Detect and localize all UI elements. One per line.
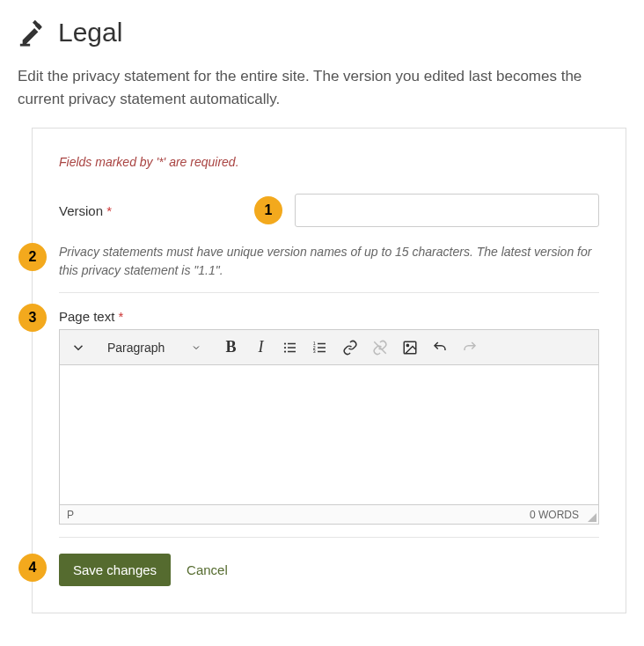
editor-toolbar: Paragraph B I 123 xyxy=(59,329,599,364)
undo-button[interactable] xyxy=(427,334,453,361)
bold-button[interactable]: B xyxy=(217,334,244,361)
editor-path: P xyxy=(67,509,74,521)
callout-2: 2 xyxy=(18,243,47,271)
image-icon xyxy=(402,340,418,356)
svg-rect-3 xyxy=(288,347,296,349)
required-marker: * xyxy=(106,203,112,218)
intro-text: Edit the privacy statement for the entir… xyxy=(18,65,626,110)
editor-body[interactable] xyxy=(59,364,599,505)
undo-icon xyxy=(432,340,448,356)
italic-icon: I xyxy=(258,338,263,356)
link-icon xyxy=(342,340,358,356)
page-title: Legal xyxy=(18,18,626,48)
svg-rect-9 xyxy=(318,347,326,349)
save-button[interactable]: Save changes xyxy=(59,554,171,586)
editor-status-bar: P 0 WORDS xyxy=(59,505,599,525)
divider xyxy=(59,292,599,293)
version-field-row: Version * 1 xyxy=(59,194,599,227)
redo-icon xyxy=(462,340,478,356)
callout-3: 3 xyxy=(18,304,47,332)
resize-handle[interactable] xyxy=(586,511,596,522)
cancel-button[interactable]: Cancel xyxy=(187,562,228,577)
bullet-list-icon xyxy=(282,340,298,356)
svg-rect-11 xyxy=(318,350,326,352)
svg-point-4 xyxy=(284,350,286,352)
format-select[interactable]: Paragraph xyxy=(99,337,210,358)
svg-text:3: 3 xyxy=(313,349,316,354)
form-panel: Fields marked by '*' are required. Versi… xyxy=(32,128,626,613)
svg-rect-7 xyxy=(318,342,326,344)
gavel-icon xyxy=(18,18,48,48)
bullet-list-button[interactable] xyxy=(277,334,304,361)
page-text-label: Page text * xyxy=(59,309,599,324)
svg-rect-5 xyxy=(288,350,296,352)
toolbar-expand-button[interactable] xyxy=(65,334,91,361)
image-button[interactable] xyxy=(397,334,423,361)
callout-4: 4 xyxy=(18,554,47,582)
required-marker: * xyxy=(119,309,124,324)
svg-rect-1 xyxy=(288,342,296,344)
rich-text-editor: Paragraph B I 123 xyxy=(59,329,599,525)
divider xyxy=(59,537,599,538)
version-help-text: Privacy statements must have unique vers… xyxy=(59,243,599,280)
chevron-down-icon xyxy=(70,340,86,356)
required-fields-note: Fields marked by '*' are required. xyxy=(59,155,599,169)
svg-point-14 xyxy=(407,344,409,346)
svg-point-0 xyxy=(284,342,286,344)
italic-button[interactable]: I xyxy=(247,334,274,361)
bold-icon: B xyxy=(225,338,236,356)
redo-button xyxy=(457,334,483,361)
link-button[interactable] xyxy=(337,334,363,361)
page-title-text: Legal xyxy=(58,18,122,48)
button-row: Save changes Cancel xyxy=(59,554,599,586)
chevron-down-icon xyxy=(191,342,201,353)
numbered-list-button[interactable]: 123 xyxy=(307,334,333,361)
unlink-button xyxy=(367,334,393,361)
version-label: Version * xyxy=(59,203,244,218)
version-input[interactable] xyxy=(295,194,599,227)
callout-1: 1 xyxy=(254,196,282,224)
numbered-list-icon: 123 xyxy=(312,340,328,356)
svg-point-2 xyxy=(284,346,286,348)
editor-word-count: 0 WORDS xyxy=(530,509,579,521)
unlink-icon xyxy=(372,340,388,356)
